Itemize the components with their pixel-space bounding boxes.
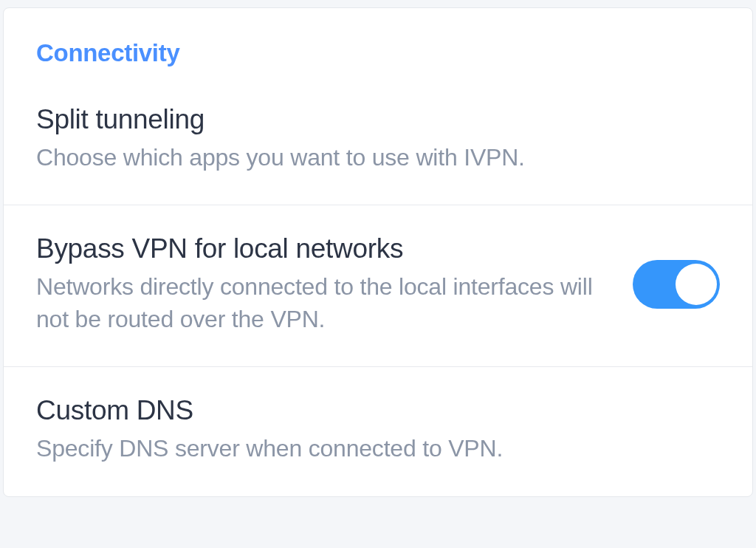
section-title: Connectivity <box>4 8 752 94</box>
setting-text-block: Custom DNS Specify DNS server when conne… <box>36 395 720 465</box>
bypass-local-desc: Networks directly connected to the local… <box>36 270 615 335</box>
bypass-local-title: Bypass VPN for local networks <box>36 233 615 264</box>
setting-custom-dns[interactable]: Custom DNS Specify DNS server when conne… <box>4 367 752 496</box>
setting-split-tunneling[interactable]: Split tunneling Choose which apps you wa… <box>4 94 752 205</box>
setting-text-block: Bypass VPN for local networks Networks d… <box>36 233 633 335</box>
split-tunneling-desc: Choose which apps you want to use with I… <box>36 141 702 174</box>
custom-dns-title: Custom DNS <box>36 395 702 426</box>
setting-text-block: Split tunneling Choose which apps you wa… <box>36 104 720 174</box>
custom-dns-desc: Specify DNS server when connected to VPN… <box>36 432 702 465</box>
bypass-local-toggle[interactable] <box>633 260 720 309</box>
toggle-knob <box>676 264 717 305</box>
setting-bypass-local: Bypass VPN for local networks Networks d… <box>4 205 752 367</box>
connectivity-panel: Connectivity Split tunneling Choose whic… <box>3 7 753 497</box>
split-tunneling-title: Split tunneling <box>36 104 702 135</box>
